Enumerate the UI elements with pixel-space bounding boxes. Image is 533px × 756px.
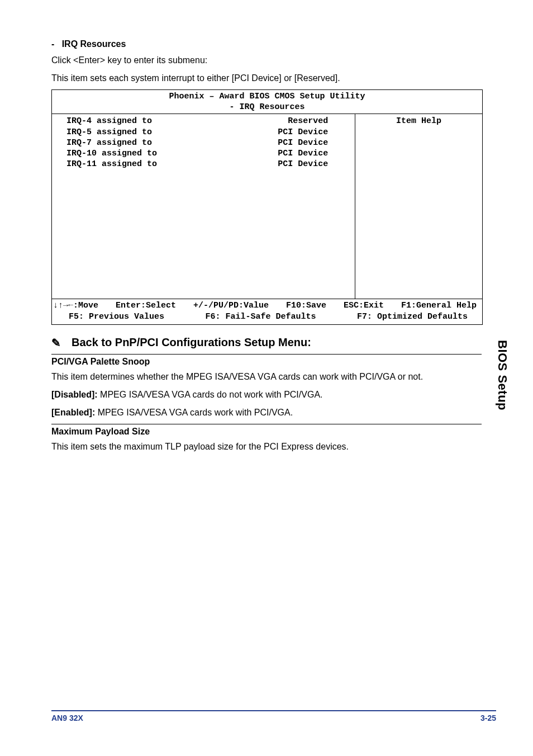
hand-icon: ✎ xyxy=(51,336,64,349)
table-row: IRQ-4 assigned to Reserved xyxy=(66,116,350,126)
intro-para-1: Click <Enter> key to enter its submenu: xyxy=(51,54,482,67)
hint-value: +/-/PU/PD:Value xyxy=(193,300,269,311)
hint-save: F10:Save xyxy=(286,300,326,311)
intro-para-2: This item sets each system interrupt to … xyxy=(51,72,482,85)
bullet: - xyxy=(51,39,54,49)
section-heading: - IRQ Resources xyxy=(51,39,482,49)
bios-settings-pane: IRQ-4 assigned to Reserved IRQ-5 assigne… xyxy=(52,114,355,299)
heading-text: IRQ Resources xyxy=(62,39,126,49)
enabled-text: MPEG ISA/VESA VGA cards work with PCI/VG… xyxy=(95,408,293,417)
enabled-label: [Enabled]: xyxy=(51,408,95,417)
payload-heading: Maximum Payload Size xyxy=(51,424,482,437)
pci-snoop-para: This item determines whether the MPEG IS… xyxy=(51,370,482,384)
table-row: IRQ-5 assigned to PCI Device xyxy=(66,127,350,138)
irq-label: IRQ-10 assigned to xyxy=(66,148,157,159)
bios-footer: ↓↑→←:Move Enter:Select +/-/PU/PD:Value F… xyxy=(52,299,482,324)
bios-help-pane: Item Help xyxy=(355,114,482,299)
hint-f7: F7: Optimized Defaults xyxy=(357,311,468,322)
irq-value: PCI Device xyxy=(278,159,328,169)
hint-help: F1:General Help xyxy=(401,300,477,311)
footer-right: 3-25 xyxy=(480,714,496,722)
irq-label: IRQ-7 assigned to xyxy=(66,138,152,148)
hint-move: ↓↑→←:Move xyxy=(53,300,98,311)
irq-value: PCI Device xyxy=(278,138,328,148)
pci-snoop-disabled: [Disabled]: MPEG ISA/VESA VGA cards do n… xyxy=(51,388,482,401)
pci-snoop-heading: PCI/VGA Palette Snoop xyxy=(51,354,482,367)
page-footer: AN9 32X 3-25 xyxy=(51,710,496,722)
disabled-text: MPEG ISA/VESA VGA cards do not work with… xyxy=(98,390,323,399)
disabled-label: [Disabled]: xyxy=(51,390,98,399)
table-row: IRQ-10 assigned to PCI Device xyxy=(66,148,350,159)
bios-title: Phoenix – Award BIOS CMOS Setup Utility xyxy=(52,90,482,102)
sidebar-label: BIOS Setup xyxy=(495,340,510,410)
hint-select: Enter:Select xyxy=(116,300,176,311)
footer-left: AN9 32X xyxy=(51,714,83,722)
table-row: IRQ-11 assigned to PCI Device xyxy=(66,159,350,169)
hint-f5: F5: Previous Values xyxy=(69,311,164,322)
irq-label: IRQ-5 assigned to xyxy=(66,127,152,138)
irq-value: PCI Device xyxy=(278,148,328,159)
back-link-text: Back to PnP/PCI Configurations Setup Men… xyxy=(72,336,311,349)
bios-screen: Phoenix – Award BIOS CMOS Setup Utility … xyxy=(51,89,483,325)
help-label: Item Help xyxy=(396,116,441,126)
irq-value: PCI Device xyxy=(278,127,328,138)
hint-f6: F6: Fail-Safe Defaults xyxy=(205,311,316,322)
back-link-heading: ✎ Back to PnP/PCI Configurations Setup M… xyxy=(51,336,482,349)
bios-subtitle: - IRQ Resources xyxy=(52,102,482,114)
table-row: IRQ-7 assigned to PCI Device xyxy=(66,138,350,148)
irq-value: Reserved xyxy=(288,116,328,126)
pci-snoop-enabled: [Enabled]: MPEG ISA/VESA VGA cards work … xyxy=(51,406,482,419)
hint-exit: ESC:Exit xyxy=(344,300,384,311)
payload-para: This item sets the maximum TLP payload s… xyxy=(51,440,482,453)
irq-label: IRQ-4 assigned to xyxy=(66,116,152,126)
irq-label: IRQ-11 assigned to xyxy=(66,159,157,169)
